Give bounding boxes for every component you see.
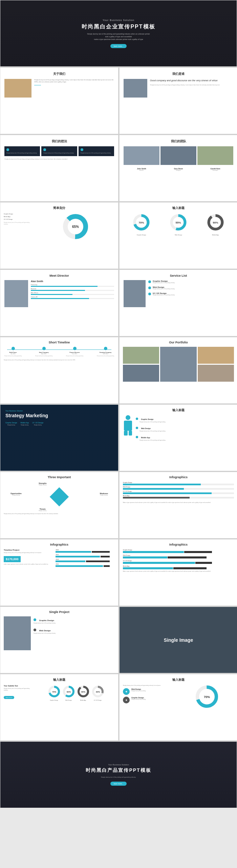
svg-text:70%: 70% bbox=[204, 695, 210, 699]
director-image bbox=[4, 280, 28, 307]
timeline-project-label: Timeline Project bbox=[4, 549, 53, 551]
whowe-desc: Simply dummy text of the printing and ty… bbox=[150, 84, 233, 86]
singleicon-title: 输入标题 bbox=[123, 408, 234, 412]
slide-single-project-img: Single Project Graphic Design Simply dum… bbox=[0, 607, 118, 673]
donutinput-chart-2: 60% Web Design bbox=[62, 685, 76, 701]
donut3-chart-3: 90% Mobile App bbox=[206, 213, 225, 236]
slide-single-image: Single Image bbox=[119, 607, 237, 673]
service-item-2: Web Design Simply dummy text of the prin… bbox=[148, 286, 233, 290]
svg-text:90%: 90% bbox=[81, 691, 85, 693]
swot-bottom: Simply dummy text of the printing and ty… bbox=[4, 513, 115, 515]
donutinput-btn[interactable]: learn more bbox=[4, 696, 14, 699]
infotime-title: Infographics bbox=[4, 543, 115, 546]
service-image bbox=[124, 280, 146, 307]
hero-btn[interactable]: learn more... bbox=[110, 44, 127, 48]
singleicon-item-1: Graphic Design Simply dummy text of the … bbox=[136, 415, 234, 423]
timeline-step-1: Build Team Jan 2015 Simply dummy text pr… bbox=[4, 347, 22, 357]
timeline-title: Short Timeline bbox=[4, 341, 115, 344]
infobars2-title: Infographics bbox=[123, 543, 234, 546]
slide-service: Service List Graphic Design Simply dummy… bbox=[119, 270, 237, 336]
svg-text:70%: 70% bbox=[52, 691, 56, 693]
team-member-1: John Smith Director bbox=[124, 168, 159, 171]
team-photo-2 bbox=[160, 146, 196, 165]
team-photo-1 bbox=[124, 146, 159, 165]
portfolio-cell-5 bbox=[198, 365, 234, 382]
team-title: 我们的团队 bbox=[124, 139, 233, 144]
whowe-title: 我们是谁 bbox=[124, 72, 233, 76]
slide-single-project-icon: 输入标题 Graphic Design Simply dummy text of… bbox=[119, 404, 237, 471]
slide-team: 我们的团队 John Smith Director Gary Dixon Des… bbox=[119, 135, 237, 202]
donut3-chart-2: 55% Web Design bbox=[169, 213, 188, 236]
director-bar-2: Illustrator bbox=[31, 288, 114, 291]
hero-desc: Simply dummy text of the printing and ty… bbox=[87, 33, 150, 41]
swot-title: Three Important bbox=[4, 475, 115, 479]
strategy-item-1: Graphic Design Simply dummy bbox=[5, 422, 17, 426]
final-btn[interactable]: learn more... bbox=[110, 782, 127, 786]
idea-bottom: Simply dummy text of the printing and ty… bbox=[4, 158, 114, 160]
slide-about-us: 关于我们 Simply dummy text of the printing a… bbox=[0, 67, 118, 134]
infobars-title: Infographics bbox=[123, 475, 234, 479]
donut-chart: 65% bbox=[62, 213, 89, 240]
donut3-chart-1: 70% Graphic Design bbox=[132, 213, 151, 236]
bigimg-label: Single Image bbox=[164, 637, 193, 643]
director-bar-4: Cinema 4D bbox=[31, 296, 114, 299]
director-title: Meet Director bbox=[4, 274, 114, 277]
swot-threats: Threats Simply dummy bbox=[39, 508, 46, 511]
person-figure bbox=[123, 415, 133, 443]
portfolio-cell-2 bbox=[160, 347, 196, 382]
slide-timeline: Short Timeline Build Team Jan 2015 Simpl… bbox=[0, 337, 118, 404]
final-subtitle: Your Business Solution bbox=[108, 764, 129, 766]
swot-weakness: Weakness Simply dummy bbox=[100, 492, 108, 496]
donutinput-title: 输入标题 bbox=[4, 678, 115, 682]
portfolio-title: Our Portfolio bbox=[123, 341, 234, 344]
director-bar-1: Photoshop bbox=[31, 284, 114, 287]
whowe-quote: Good company and good discourse are the … bbox=[150, 79, 233, 83]
slide-director: Meet Director Alan Smith Photoshop Illus… bbox=[0, 270, 118, 336]
idea-dot-1 bbox=[6, 148, 9, 151]
svg-text:65%: 65% bbox=[72, 225, 79, 229]
timeline-step-2: Start Company Mar 2015 Simply dummy text… bbox=[35, 347, 53, 357]
service-title: Service List bbox=[124, 274, 233, 277]
singleimg-image bbox=[4, 616, 31, 650]
slide-infographics-timeline: Infographics Timeline Project Simply dum… bbox=[0, 539, 118, 606]
hero-subtitle: Your Business Solution bbox=[103, 19, 134, 21]
singleicon-item-2: Web Design Simply dummy text of the prin… bbox=[136, 424, 234, 432]
svg-text:70%: 70% bbox=[139, 221, 144, 224]
slide-last-input: 输入标题 Simply dummy text of the printing a… bbox=[119, 674, 237, 741]
donut-title: 简单划分 bbox=[4, 206, 115, 210]
strategy-item-3: UI / UX Design Simply dummy bbox=[32, 422, 43, 426]
hero-title: 时尚黑白企业宣传PPT模板 bbox=[82, 23, 155, 30]
singleimg-title: Single Project bbox=[4, 610, 115, 614]
swot-strengths: Strengths Simply dummy bbox=[39, 482, 46, 486]
team-member-2: Gary Dixon Designer bbox=[160, 168, 196, 171]
slide-donut3: 输入标题 70% Graphic Design 55% Web Design bbox=[119, 202, 237, 269]
idea-dot-2 bbox=[43, 148, 46, 151]
portfolio-cell-3 bbox=[198, 347, 234, 364]
slide-portfolio: Our Portfolio bbox=[119, 337, 237, 404]
timeline-bottom: Simply dummy text of the printing and ty… bbox=[4, 359, 115, 361]
about-title: 关于我们 bbox=[4, 72, 114, 76]
idea-dot-3 bbox=[81, 148, 83, 151]
timeline-step-4: Growing Company Dec 2015 Simply dummy te… bbox=[96, 347, 115, 357]
director-name: Alan Smith bbox=[31, 280, 114, 282]
svg-text:30%: 30% bbox=[95, 691, 100, 693]
whowe-image bbox=[124, 79, 147, 98]
team-photo-3 bbox=[197, 146, 233, 165]
singleimg-item-2: Web Design Simply dummy text of the prin… bbox=[34, 627, 115, 634]
slide-donut: 简单划分 Graphic Design Mobile App UI / UX D… bbox=[0, 202, 118, 269]
slide-hero: Your Business Solution 时尚黑白企业宣传PPT模板 Sim… bbox=[0, 0, 237, 67]
slide-infographics-bars: Infographics Graphic Design Web Design U… bbox=[119, 472, 237, 538]
about-body: Simply dummy text of the printing and ty… bbox=[34, 79, 114, 83]
lastinput-title: 输入标题 bbox=[123, 678, 234, 682]
lastinput-item-webdesign: ✦ Web Design Simply dummy text printing. bbox=[123, 688, 177, 695]
portfolio-cell-1 bbox=[123, 347, 159, 364]
team-member-3: Gareth Nore Developer bbox=[197, 168, 233, 171]
service-item-1: Graphic Design Simply dummy text of the … bbox=[148, 280, 233, 283]
donut3-title: 输入标题 bbox=[123, 206, 234, 210]
swot-diamond-area: Strengths Simply dummy Weakness Simply d… bbox=[4, 482, 115, 512]
about-image bbox=[4, 79, 31, 98]
idea-card-3: Simply dummy text of the printing and ty… bbox=[79, 146, 114, 156]
about-line bbox=[34, 85, 41, 86]
slide-final-hero: Your Business Solution 时尚黑白产品宣传PPT模板 Sim… bbox=[0, 741, 237, 808]
final-desc: Simply dummy text of the printing and ty… bbox=[101, 776, 136, 778]
